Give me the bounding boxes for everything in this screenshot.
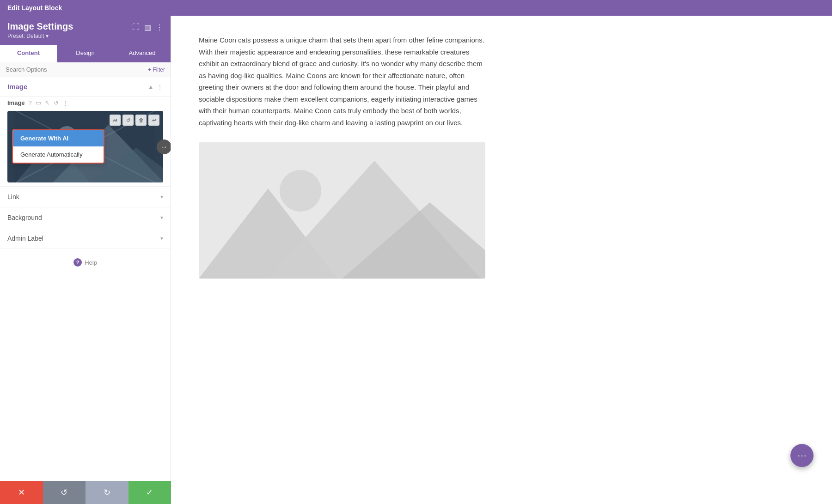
image-delete-btn[interactable]: 🗑 bbox=[135, 115, 147, 126]
more-icon[interactable]: ⋮ bbox=[156, 23, 163, 32]
image-section-header: Image ▲ ⋮ bbox=[0, 77, 171, 97]
help-icon[interactable]: ? bbox=[73, 258, 82, 267]
image-mobile-icon[interactable]: ▭ bbox=[36, 99, 41, 106]
content-paragraph: Maine Coon cats possess a unique charm t… bbox=[199, 34, 485, 128]
image-rotate-icon[interactable]: ↺ bbox=[54, 99, 59, 106]
background-section: Background ▾ bbox=[0, 207, 171, 228]
dropdown-item-generate-auto[interactable]: Generate Automatically bbox=[13, 146, 104, 163]
filter-button[interactable]: + Filter bbox=[148, 67, 165, 73]
image-preview-container: AI ↺ 🗑 ↩ Generate With AI Generate Autom… bbox=[7, 111, 163, 182]
section-more-icon[interactable]: ⋮ bbox=[157, 83, 163, 91]
image-refresh-btn[interactable]: ↺ bbox=[122, 115, 134, 126]
collapse-icon[interactable]: ▲ bbox=[147, 83, 154, 91]
svg-point-11 bbox=[280, 170, 321, 212]
content-image-placeholder bbox=[199, 142, 485, 279]
confirm-button[interactable]: ✓ bbox=[128, 481, 171, 504]
admin-label-section: Admin Label ▾ bbox=[0, 228, 171, 249]
image-label: Image bbox=[7, 99, 25, 106]
image-toolbar: AI ↺ 🗑 ↩ bbox=[110, 115, 159, 126]
bottom-toolbar: ✕ ↺ ↻ ✓ bbox=[0, 481, 171, 504]
image-section: Image ▲ ⋮ Image ? ▭ ↖ ↺ ⋮ bbox=[0, 77, 171, 187]
search-bar: + Filter bbox=[0, 62, 171, 77]
sidebar-title: Image Settings bbox=[7, 21, 73, 32]
content-placeholder-svg bbox=[199, 142, 485, 279]
link-chevron-icon: ▾ bbox=[160, 194, 163, 200]
redo-button[interactable]: ↻ bbox=[86, 481, 128, 504]
admin-label-chevron-icon: ▾ bbox=[160, 235, 163, 242]
top-bar-title: Edit Layout Block bbox=[7, 4, 62, 12]
background-chevron-icon: ▾ bbox=[160, 214, 163, 221]
sidebar: Image Settings Preset: Default ▾ ⛶ ▥ ⋮ C… bbox=[0, 16, 171, 504]
image-cursor-icon[interactable]: ↖ bbox=[45, 99, 50, 106]
section-controls: ▲ ⋮ bbox=[147, 83, 163, 91]
content-area: Maine Coon cats possess a unique charm t… bbox=[171, 16, 832, 504]
preset-selector[interactable]: Preset: Default ▾ bbox=[7, 33, 73, 39]
floating-icon: ⋯ bbox=[797, 450, 807, 461]
background-label: Background bbox=[7, 214, 42, 221]
image-section-title: Image bbox=[7, 83, 27, 91]
image-label-row: Image ? ▭ ↖ ↺ ⋮ bbox=[0, 97, 171, 109]
ai-generate-btn[interactable]: AI bbox=[110, 115, 121, 126]
dropdown-menu: Generate With AI Generate Automatically bbox=[12, 129, 104, 164]
tab-content[interactable]: Content bbox=[0, 45, 57, 62]
link-header[interactable]: Link ▾ bbox=[0, 187, 171, 207]
tabs: Content Design Advanced bbox=[0, 45, 171, 62]
link-section: Link ▾ bbox=[0, 187, 171, 207]
admin-label-label: Admin Label bbox=[7, 235, 43, 242]
fullscreen-icon[interactable]: ⛶ bbox=[132, 23, 140, 32]
main-layout: Image Settings Preset: Default ▾ ⛶ ▥ ⋮ C… bbox=[0, 16, 832, 504]
help-label[interactable]: Help bbox=[85, 259, 97, 266]
columns-icon[interactable]: ▥ bbox=[144, 23, 151, 32]
top-bar: Edit Layout Block bbox=[0, 0, 832, 16]
dropdown-item-generate-ai[interactable]: Generate With AI bbox=[13, 130, 104, 146]
resize-handle[interactable]: ↔ bbox=[157, 140, 171, 154]
undo-button[interactable]: ↺ bbox=[43, 481, 86, 504]
image-undo-btn[interactable]: ↩ bbox=[148, 115, 159, 126]
cancel-button[interactable]: ✕ bbox=[0, 481, 43, 504]
background-header[interactable]: Background ▾ bbox=[0, 207, 171, 228]
search-input[interactable] bbox=[6, 66, 148, 73]
floating-action-button[interactable]: ⋯ bbox=[790, 444, 814, 467]
image-more2-icon[interactable]: ⋮ bbox=[62, 99, 68, 106]
tab-advanced[interactable]: Advanced bbox=[114, 45, 171, 62]
tab-design[interactable]: Design bbox=[57, 45, 114, 62]
image-help-icon[interactable]: ? bbox=[29, 99, 32, 106]
help-section: ? Help bbox=[0, 249, 171, 276]
sidebar-header: Image Settings Preset: Default ▾ ⛶ ▥ ⋮ bbox=[0, 16, 171, 45]
sidebar-inner: Image ▲ ⋮ Image ? ▭ ↖ ↺ ⋮ bbox=[0, 77, 171, 504]
link-label: Link bbox=[7, 193, 19, 200]
admin-label-header[interactable]: Admin Label ▾ bbox=[0, 228, 171, 249]
